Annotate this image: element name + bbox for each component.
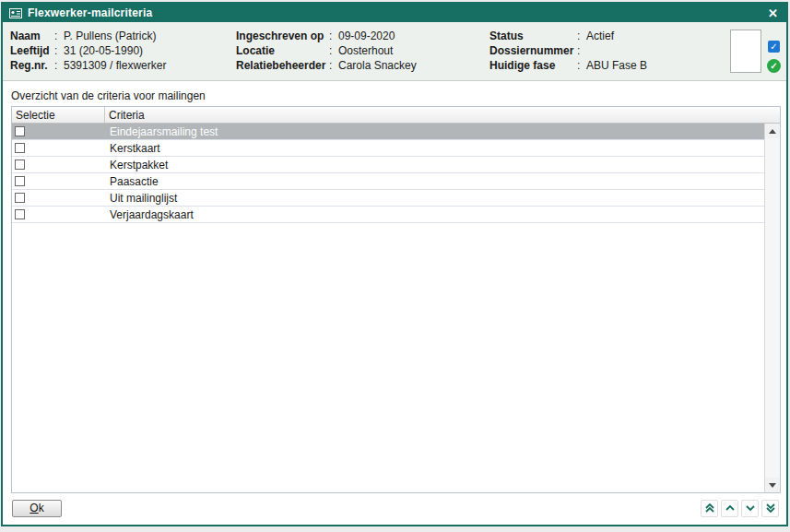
info-column-2: Ingeschreven op : 09-09-2020 Locatie : O…: [236, 29, 417, 73]
field-value-status: Actief: [586, 29, 614, 43]
field-label-ingeschreven: Ingeschreven op: [236, 29, 329, 43]
table-row[interactable]: Uit mailinglijst: [12, 190, 764, 207]
selectie-cell: [12, 176, 105, 186]
info-column-3: Status : Actief Dossiernummer : Huidige …: [489, 29, 647, 73]
row-checkbox[interactable]: [15, 160, 25, 170]
field-label-locatie: Locatie: [236, 43, 329, 58]
field-label-naam: Naam: [10, 29, 54, 43]
scroll-up-button[interactable]: [765, 124, 780, 138]
field-value-locatie: Oosterhout: [338, 43, 393, 58]
triangle-down-icon: [769, 483, 776, 488]
criteria-cell: Paasactie: [105, 175, 764, 188]
ok-button[interactable]: Ok: [12, 500, 62, 517]
scroll-down-button[interactable]: [765, 478, 780, 492]
titlebar[interactable]: Flexwerker-mailcriteria ✕: [3, 4, 786, 22]
table-row[interactable]: Kerstpakket: [12, 157, 764, 173]
chevron-up-icon: [725, 502, 736, 514]
row-checkbox[interactable]: [15, 193, 25, 203]
criteria-cell: Eindejaarsmailing test: [105, 125, 764, 138]
table-header-row: Selectie Criteria: [12, 107, 780, 124]
scrollbar-track[interactable]: [765, 138, 780, 478]
field-label-leeftijd: Leeftijd: [10, 43, 54, 58]
field-label-relatiebeheerder: Relatiebeheerder: [236, 58, 329, 73]
field-label-huidige-fase: Huidige fase: [489, 58, 577, 73]
selectie-cell: [12, 160, 105, 170]
header-flags: ✓ ✓: [767, 41, 781, 73]
photo-placeholder: [730, 30, 761, 73]
status-ok-icon: ✓: [767, 59, 781, 73]
main-content: Overzicht van de criteria voor mailingen…: [3, 81, 786, 525]
field-value-leeftijd: 31 (20-05-1990): [64, 43, 143, 58]
section-label: Overzicht van de criteria voor mailingen: [11, 89, 786, 102]
double-chevron-up-icon: [704, 502, 715, 514]
selectie-cell: [12, 143, 105, 153]
field-value-naam: P. Pullens (Patrick): [64, 29, 156, 43]
chevron-down-icon: [745, 502, 756, 514]
selectie-cell: [12, 193, 105, 203]
person-info-panel: Naam : P. Pullens (Patrick) Leeftijd : 3…: [3, 22, 786, 81]
row-checkbox[interactable]: [15, 126, 25, 136]
contact-card-icon: [9, 8, 22, 18]
window-title: Flexwerker-mailcriteria: [28, 6, 761, 19]
nav-next-button[interactable]: [741, 500, 759, 517]
criteria-table: Selectie Criteria Eindejaarsmailing test…: [11, 106, 781, 493]
selectie-cell: [12, 126, 105, 136]
column-header-criteria[interactable]: Criteria: [105, 107, 780, 123]
field-value-huidige-fase: ABU Fase B: [586, 58, 647, 73]
footer-bar: Ok: [3, 493, 786, 525]
row-checkbox[interactable]: [15, 209, 25, 219]
close-icon[interactable]: ✕: [766, 6, 780, 20]
record-nav: [701, 500, 779, 517]
triangle-up-icon: [769, 129, 776, 134]
table-row[interactable]: Kerstkaart: [12, 140, 764, 157]
criteria-cell: Kerstkaart: [105, 142, 764, 155]
column-header-selectie[interactable]: Selectie: [12, 107, 105, 123]
dialog-flexwerker-mailcriteria: Flexwerker-mailcriteria ✕ Naam : P. Pull…: [1, 2, 788, 526]
field-value-regnr: 5391309 / flexwerker: [64, 58, 166, 73]
header-checkbox[interactable]: ✓: [768, 41, 780, 53]
table-body: Eindejaarsmailing test Kerstkaart Kerstp…: [12, 124, 764, 492]
field-label-dossiernummer: Dossiernummer: [489, 43, 577, 58]
nav-first-button[interactable]: [701, 500, 718, 517]
vertical-scrollbar[interactable]: [764, 124, 780, 492]
table-row[interactable]: Eindejaarsmailing test: [12, 124, 764, 140]
field-value-ingeschreven: 09-09-2020: [338, 29, 395, 43]
double-chevron-down-icon: [765, 502, 776, 514]
criteria-cell: Verjaardagskaart: [105, 208, 764, 221]
criteria-cell: Uit mailinglijst: [105, 192, 764, 205]
row-checkbox[interactable]: [15, 143, 25, 153]
selectie-cell: [12, 209, 105, 219]
nav-prev-button[interactable]: [721, 500, 738, 517]
field-label-status: Status: [489, 29, 577, 43]
criteria-cell: Kerstpakket: [105, 159, 764, 171]
nav-last-button[interactable]: [761, 500, 779, 517]
row-checkbox[interactable]: [15, 176, 25, 186]
field-value-relatiebeheerder: Carola Snackey: [338, 58, 417, 73]
table-row[interactable]: Paasactie: [12, 173, 764, 190]
info-column-1: Naam : P. Pullens (Patrick) Leeftijd : 3…: [10, 29, 166, 73]
table-row[interactable]: Verjaardagskaart: [12, 207, 764, 223]
field-label-regnr: Reg.nr.: [10, 58, 54, 73]
